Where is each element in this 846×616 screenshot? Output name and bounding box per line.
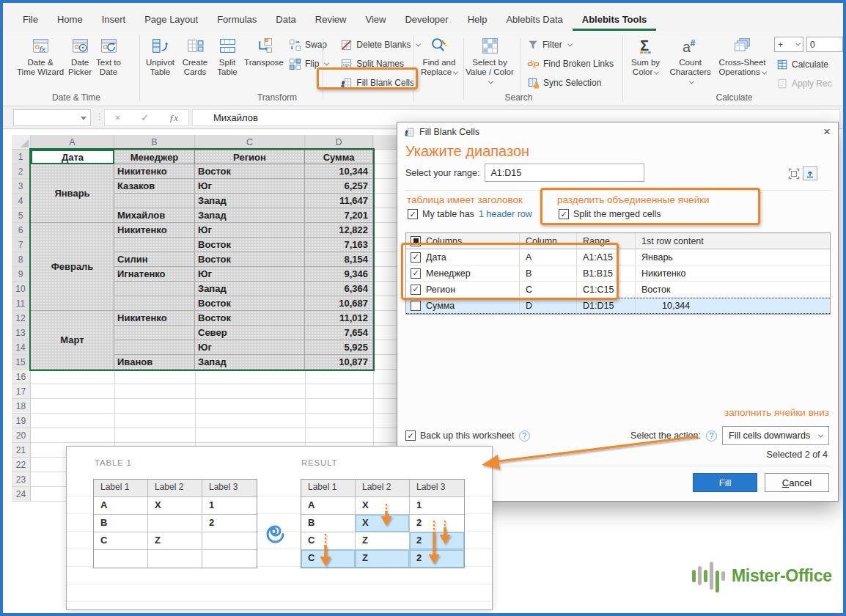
cell[interactable]: 10,344: [305, 164, 373, 179]
swap-button[interactable]: Swap: [287, 37, 331, 53]
cell[interactable]: Михайлов: [114, 208, 195, 223]
insert-function-icon[interactable]: ƒx: [169, 112, 178, 124]
my-table-has-header-checkbox[interactable]: ✓: [408, 209, 418, 219]
cell[interactable]: Никитенко: [114, 311, 195, 326]
cell[interactable]: 9,346: [305, 267, 373, 282]
unpivot-table-button[interactable]: Unpivot Table: [142, 34, 178, 77]
confirm-entry-icon[interactable]: ✓: [141, 112, 149, 123]
cell[interactable]: Никитенко: [114, 223, 195, 238]
cell[interactable]: Запад: [195, 208, 305, 223]
select-all-corner[interactable]: [12, 135, 31, 150]
merged-month-cell[interactable]: Январь: [31, 164, 114, 223]
cell-a1-active[interactable]: Дата: [31, 150, 114, 164]
cell[interactable]: Юг: [195, 267, 305, 282]
calculate-button[interactable]: Calculate: [774, 56, 843, 73]
action-dropdown[interactable]: Fill cells downwards: [722, 426, 829, 445]
find-broken-links-button[interactable]: Find Broken Links: [525, 56, 616, 72]
row-header[interactable]: 24: [12, 487, 31, 502]
sync-selection-button[interactable]: Sync Selection: [525, 75, 616, 91]
table-row[interactable]: ✓Дата A A1:A15 Январь: [406, 249, 830, 265]
row-header[interactable]: 12: [12, 311, 31, 326]
row-header[interactable]: 1: [12, 150, 31, 164]
header-row-count-link[interactable]: 1 header row: [479, 209, 532, 219]
table-row-selected[interactable]: Сумма D D1:D15 10,344: [406, 298, 830, 314]
cell[interactable]: Иванов: [114, 355, 195, 370]
cancel-entry-icon[interactable]: ×: [115, 112, 121, 123]
cell[interactable]: [114, 282, 195, 296]
cell[interactable]: 7,201: [305, 208, 373, 223]
date-time-wizard-button[interactable]: fx Date & Time Wizard: [15, 34, 66, 77]
split-merged-cells-checkbox[interactable]: ✓: [559, 209, 569, 219]
row-header[interactable]: 4: [12, 194, 31, 208]
cell[interactable]: Запад: [195, 282, 305, 296]
name-box[interactable]: [13, 109, 91, 126]
cell[interactable]: 6,364: [305, 282, 373, 296]
cell[interactable]: Сумма: [305, 150, 373, 164]
cell[interactable]: Менеджер: [114, 150, 195, 164]
tab-home[interactable]: Home: [48, 10, 92, 31]
row-header[interactable]: 22: [12, 458, 31, 472]
column-header-d[interactable]: D: [305, 135, 373, 150]
tab-ablebits-data[interactable]: Ablebits Data: [496, 10, 572, 31]
cell[interactable]: 8,154: [305, 252, 373, 267]
row-header[interactable]: 3: [12, 179, 31, 194]
tab-view[interactable]: View: [356, 10, 395, 31]
cell[interactable]: [114, 238, 195, 252]
cell[interactable]: Юг: [195, 340, 305, 355]
help-icon[interactable]: ?: [519, 430, 530, 441]
row-checkbox[interactable]: ✓: [411, 285, 421, 295]
row-header[interactable]: 11: [12, 296, 31, 311]
row-header[interactable]: 8: [12, 252, 31, 267]
row-header[interactable]: 17: [12, 384, 31, 399]
split-table-button[interactable]: Split Table: [212, 34, 243, 77]
tab-data[interactable]: Data: [266, 10, 305, 31]
cell[interactable]: Юг: [195, 223, 305, 238]
tab-insert[interactable]: Insert: [92, 10, 136, 31]
cell[interactable]: Запад: [195, 355, 305, 370]
table-row[interactable]: ✓Менеджер B B1:B15 Никитенко: [406, 265, 830, 282]
cell[interactable]: 10,877: [305, 355, 373, 370]
tab-page-layout[interactable]: Page Layout: [135, 10, 207, 31]
operand-input[interactable]: 0: [806, 37, 843, 52]
row-header[interactable]: 19: [12, 414, 31, 428]
row-checkbox[interactable]: ✓: [411, 268, 421, 279]
split-names-button[interactable]: Split Names: [338, 56, 422, 72]
column-header-c[interactable]: C: [195, 135, 305, 150]
operator-combo[interactable]: +: [774, 37, 803, 52]
find-and-replace-button[interactable]: Find and Replace: [416, 34, 462, 91]
create-cards-button[interactable]: Create Cards: [178, 34, 212, 77]
flip-button[interactable]: Flip: [287, 56, 331, 72]
cancel-button[interactable]: Cancel: [765, 473, 829, 492]
row-header[interactable]: 5: [12, 208, 31, 223]
row-header[interactable]: 13: [12, 326, 31, 340]
row-checkbox[interactable]: [411, 301, 421, 311]
cell[interactable]: 5,925: [305, 340, 373, 355]
tab-file[interactable]: File: [13, 10, 48, 31]
tab-help[interactable]: Help: [458, 10, 497, 31]
tab-developer[interactable]: Developer: [395, 10, 457, 31]
cell[interactable]: Восток: [195, 252, 305, 267]
date-picker-button[interactable]: Date Picker: [66, 34, 94, 77]
row-checkbox[interactable]: ✓: [411, 252, 421, 263]
cell[interactable]: Казаков: [114, 179, 195, 194]
filter-button[interactable]: Filter: [525, 37, 616, 53]
row-header[interactable]: 21: [12, 443, 31, 458]
range-input[interactable]: [485, 164, 644, 182]
cell[interactable]: Никитенко: [114, 164, 195, 179]
cell[interactable]: Восток: [195, 296, 305, 311]
cell[interactable]: [114, 296, 195, 311]
row-header[interactable]: 14: [12, 340, 31, 355]
tab-formulas[interactable]: Formulas: [207, 10, 266, 31]
cell[interactable]: [114, 326, 195, 340]
merged-month-cell[interactable]: Февраль: [31, 223, 114, 311]
cell[interactable]: 7,163: [305, 238, 373, 252]
cell[interactable]: Восток: [195, 164, 305, 179]
text-to-date-button[interactable]: Text to Date: [94, 34, 123, 77]
apply-recent-button[interactable]: Apply Rec: [774, 76, 843, 92]
tab-ablebits-tools[interactable]: Ablebits Tools: [573, 10, 657, 31]
cell[interactable]: [114, 194, 195, 208]
backup-worksheet-checkbox[interactable]: ✓: [405, 430, 416, 441]
row-header[interactable]: 15: [12, 355, 31, 370]
row-header[interactable]: 2: [12, 164, 31, 179]
cell[interactable]: 11,647: [305, 194, 373, 208]
